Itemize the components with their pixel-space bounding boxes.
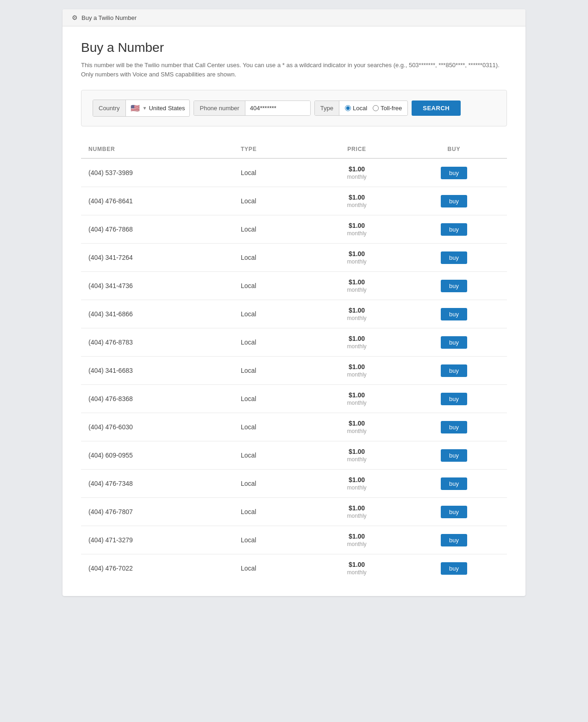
price-period: monthly	[347, 513, 367, 519]
buy-button[interactable]: buy	[441, 421, 467, 433]
cell-type: Local	[233, 441, 313, 470]
cell-buy: buy	[401, 158, 507, 187]
price-amount: $1.00	[320, 363, 394, 370]
cell-type: Local	[233, 526, 313, 554]
cell-buy: buy	[401, 244, 507, 272]
table-header: NUMBER TYPE PRICE BUY	[81, 140, 507, 158]
cell-buy: buy	[401, 215, 507, 244]
type-field-group: Type Local Toll-free	[314, 100, 408, 116]
table-row: (404) 476-6030Local$1.00monthlybuy	[81, 413, 507, 441]
buy-button[interactable]: buy	[441, 449, 467, 462]
type-tollfree-option[interactable]: Toll-free	[373, 105, 402, 112]
cell-price: $1.00monthly	[313, 244, 401, 272]
cell-price: $1.00monthly	[313, 328, 401, 357]
price-amount: $1.00	[320, 561, 394, 568]
table-row: (404) 476-8641Local$1.00monthlybuy	[81, 187, 507, 215]
price-period: monthly	[347, 202, 367, 208]
cell-type: Local	[233, 158, 313, 187]
cell-number: (404) 341-6866	[81, 300, 233, 328]
type-tollfree-radio[interactable]	[373, 105, 379, 111]
buy-button[interactable]: buy	[441, 506, 467, 518]
cell-price: $1.00monthly	[313, 158, 401, 187]
cell-buy: buy	[401, 328, 507, 357]
search-panel: Country 🇺🇸 ▼ United States Phone number …	[81, 90, 507, 126]
cell-number: (404) 341-4736	[81, 272, 233, 300]
cell-number: (404) 471-3279	[81, 526, 233, 554]
cell-buy: buy	[401, 187, 507, 215]
cell-buy: buy	[401, 554, 507, 583]
table-header-row: NUMBER TYPE PRICE BUY	[81, 140, 507, 158]
cell-price: $1.00monthly	[313, 470, 401, 498]
dropdown-arrow-icon: ▼	[143, 106, 147, 111]
price-amount: $1.00	[320, 504, 394, 512]
buy-button[interactable]: buy	[441, 167, 467, 179]
country-field-group: Country 🇺🇸 ▼ United States	[93, 100, 190, 117]
window-title: Buy a Twilio Number	[81, 14, 137, 21]
cell-type: Local	[233, 244, 313, 272]
table-row: (404) 476-7348Local$1.00monthlybuy	[81, 470, 507, 498]
phone-input[interactable]	[245, 101, 310, 115]
price-amount: $1.00	[320, 448, 394, 455]
table-row: (404) 609-0955Local$1.00monthlybuy	[81, 441, 507, 470]
table-row: (404) 471-3279Local$1.00monthlybuy	[81, 526, 507, 554]
price-amount: $1.00	[320, 222, 394, 229]
cell-price: $1.00monthly	[313, 300, 401, 328]
cell-buy: buy	[401, 498, 507, 526]
buy-button[interactable]: buy	[441, 336, 467, 349]
cell-type: Local	[233, 215, 313, 244]
buy-button[interactable]: buy	[441, 280, 467, 292]
cell-number: (404) 341-7264	[81, 244, 233, 272]
buy-button[interactable]: buy	[441, 477, 467, 490]
type-local-option[interactable]: Local	[345, 105, 367, 112]
cell-type: Local	[233, 300, 313, 328]
cell-price: $1.00monthly	[313, 385, 401, 413]
price-amount: $1.00	[320, 420, 394, 427]
price-period: monthly	[347, 174, 367, 180]
cell-buy: buy	[401, 526, 507, 554]
price-period: monthly	[347, 371, 367, 378]
price-amount: $1.00	[320, 533, 394, 540]
buy-button[interactable]: buy	[441, 308, 467, 320]
type-local-radio[interactable]	[345, 105, 351, 111]
cell-type: Local	[233, 554, 313, 583]
cell-type: Local	[233, 187, 313, 215]
cell-type: Local	[233, 470, 313, 498]
buy-button[interactable]: buy	[441, 251, 467, 264]
buy-button[interactable]: buy	[441, 534, 467, 546]
cell-buy: buy	[401, 441, 507, 470]
price-period: monthly	[347, 287, 367, 293]
buy-button[interactable]: buy	[441, 223, 467, 236]
table-row: (404) 476-7022Local$1.00monthlybuy	[81, 554, 507, 583]
col-header-price: PRICE	[313, 140, 401, 158]
price-period: monthly	[347, 343, 367, 350]
cell-buy: buy	[401, 272, 507, 300]
cell-buy: buy	[401, 357, 507, 385]
main-window: ⚙ Buy a Twilio Number Buy a Number This …	[63, 9, 525, 596]
price-amount: $1.00	[320, 250, 394, 257]
buy-button[interactable]: buy	[441, 562, 467, 575]
results-table: NUMBER TYPE PRICE BUY (404) 537-3989Loca…	[81, 140, 507, 582]
gear-icon: ⚙	[72, 14, 78, 21]
country-value: United States	[149, 105, 185, 112]
cell-price: $1.00monthly	[313, 413, 401, 441]
price-period: monthly	[347, 428, 367, 434]
cell-price: $1.00monthly	[313, 357, 401, 385]
buy-button[interactable]: buy	[441, 393, 467, 405]
country-select[interactable]: 🇺🇸 ▼ United States	[126, 100, 190, 116]
phone-field-group: Phone number	[194, 100, 310, 116]
table-row: (404) 476-7868Local$1.00monthlybuy	[81, 215, 507, 244]
price-amount: $1.00	[320, 307, 394, 314]
cell-number: (404) 476-8368	[81, 385, 233, 413]
main-content: Buy a Number This number will be the Twi…	[63, 26, 525, 596]
cell-buy: buy	[401, 385, 507, 413]
col-header-buy: BUY	[401, 140, 507, 158]
price-amount: $1.00	[320, 335, 394, 342]
search-button[interactable]: SEARCH	[412, 100, 461, 116]
cell-type: Local	[233, 328, 313, 357]
buy-button[interactable]: buy	[441, 195, 467, 207]
buy-button[interactable]: buy	[441, 364, 467, 377]
cell-buy: buy	[401, 470, 507, 498]
price-period: monthly	[347, 315, 367, 321]
table-row: (404) 476-8368Local$1.00monthlybuy	[81, 385, 507, 413]
us-flag-icon: 🇺🇸	[131, 104, 140, 113]
